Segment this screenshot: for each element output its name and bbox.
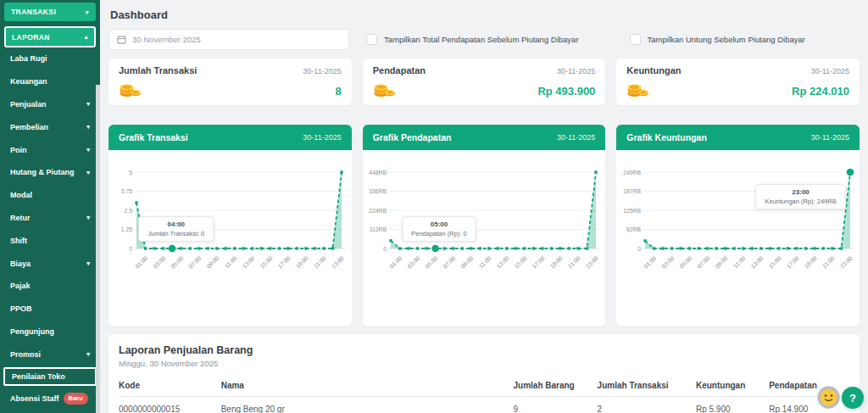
sidebar-item-ppob[interactable]: PPOB [0,298,100,321]
svg-text:01:00: 01:00 [388,255,403,270]
sidebar-item-label: Pengunjung [10,327,54,336]
chart-title: Grafik Transaksi [119,132,188,142]
grafik-transaksi-tooltip: 04:00Jumlah Transaksi: 0 [138,216,214,242]
checkbox-group-tampilkan-untung-sebelum-piuta: Tampilkan Untung Sebelum Piutang Dibayar [630,34,805,45]
checkbox[interactable] [366,34,377,45]
sidebar-item-pembelian[interactable]: Pembelian▾ [0,115,100,138]
sidebar-item-label: Absensi Staff [10,394,59,403]
svg-text:187RB: 187RB [623,188,641,194]
table-row: 0000000000015Beng Beng 20 gr92Rp 5.900Rp… [119,397,849,413]
sales-table-body: 0000000000015Beng Beng 20 gr92Rp 5.900Rp… [119,397,849,413]
sidebar-item-label: Promosi [10,350,41,359]
feedback-smiley-button[interactable] [817,386,840,409]
svg-text:0: 0 [130,246,133,252]
checkbox-bar: Tampilkan Total Pendapatan Sebelum Piuta… [349,34,805,45]
sidebar-item-laporan[interactable]: LAPORAN▴ [4,26,96,47]
sidebar-item-label: Keuangan [10,77,47,86]
sidebar-item-hutang-piutang[interactable]: Hutang & Piutang▾ [0,161,100,184]
svg-text:05:00: 05:00 [424,255,438,270]
svg-text:09:00: 09:00 [459,255,474,270]
sidebar-item-pengunjung[interactable]: Pengunjung [0,321,100,343]
column-header-keuntungan: Keuntungan [696,376,769,397]
tooltip-title: 05:00 [411,220,466,228]
sidebar: TRANSAKSI▾LAPORAN▴Laba RugiKeuanganPenju… [0,0,100,413]
svg-text:3.75: 3.75 [121,188,132,194]
sidebar-scrollbar[interactable] [96,85,100,413]
sidebar-item-absensi-staff[interactable]: Absensi StaffBaru [0,387,100,410]
sidebar-item-pajak[interactable]: Pajak [0,275,100,298]
stat-card-title: Keuntungan [626,65,681,75]
svg-text:2.5: 2.5 [125,208,133,214]
coins-icon [626,81,649,98]
svg-text:15:00: 15:00 [767,255,782,270]
sidebar-item-label: Poin [10,146,27,154]
sidebar-item-poin[interactable]: Poin▾ [0,138,100,161]
svg-text:19:00: 19:00 [803,255,817,270]
sidebar-item-label: Pajak [10,282,31,290]
date-picker-input[interactable]: 30 November 2025 [108,29,349,50]
sidebar-item-shift[interactable]: Shift [0,229,100,252]
stat-card-date: 30-11-2025 [811,67,849,75]
svg-text:01:00: 01:00 [643,255,657,270]
chevron-down-icon: ▾ [86,146,90,153]
svg-text:09:00: 09:00 [206,255,220,270]
svg-text:15:00: 15:00 [514,255,528,270]
grafik-pendapatan-plot: 448RB336RB224RB112RB001:0003:0005:0007:0… [365,160,603,294]
sidebar-item-modal[interactable]: Modal [0,184,100,207]
sidebar-item-penilaian-toko[interactable]: Penilaian Toko [3,367,97,386]
chevron-down-icon: ▾ [86,169,90,176]
svg-text:05:00: 05:00 [678,255,693,270]
sidebar-item-keuangan[interactable]: Keuangan [0,70,100,93]
tooltip-text: Pendapatan (Rp): 0 [411,230,466,237]
svg-text:19:00: 19:00 [295,255,309,270]
svg-text:23:00: 23:00 [331,255,345,270]
sidebar-item-biaya[interactable]: Biaya▾ [0,252,100,275]
svg-text:125RB: 125RB [623,208,641,214]
chart-body-grafik-keuntungan: 249RB187RB125RB62RB001:0003:0005:0007:00… [616,160,860,326]
column-header-jumlah-transaksi: Jumlah Transaksi [598,376,696,397]
chart-header-grafik-keuntungan: Grafik Keuntungan30-11-2025 [616,125,860,150]
stat-card-title: Pendapatan [373,65,426,75]
svg-text:03:00: 03:00 [406,255,420,270]
chart-header-grafik-transaksi: Grafik Transaksi30-11-2025 [108,125,352,150]
svg-text:336RB: 336RB [369,188,387,194]
sales-report-subtitle: Minggu, 30 November 2025 [119,359,849,368]
svg-text:17:00: 17:00 [785,255,799,270]
svg-text:23:00: 23:00 [838,255,853,270]
svg-text:19:00: 19:00 [549,255,564,270]
svg-text:17:00: 17:00 [531,255,546,270]
svg-text:05:00: 05:00 [170,255,185,270]
sidebar-item-promosi[interactable]: Promosi▾ [0,343,100,366]
chart-title: Grafik Pendapatan [373,132,452,142]
help-button[interactable]: ? [842,387,864,409]
sidebar-item-label: Shift [10,237,27,245]
stat-card-value: Rp 493.900 [537,85,595,98]
svg-text:03:00: 03:00 [153,255,167,270]
chevron-down-icon: ▾ [86,260,90,267]
sidebar-item-label: TRANSAKSI [11,8,56,16]
svg-text:17:00: 17:00 [277,255,292,270]
chevron-down-icon: ▾ [86,350,90,358]
sidebar-item-retur[interactable]: Retur▾ [0,207,100,230]
stat-card-title: Jumlah Transaksi [119,65,197,75]
svg-text:09:00: 09:00 [714,255,728,270]
sidebar-item-label: Penjualan [10,100,47,109]
svg-text:23:00: 23:00 [585,255,599,270]
svg-text:5: 5 [130,170,133,176]
chart-header-grafik-pendapatan: Grafik Pendapatan30-11-2025 [363,125,606,150]
stat-card-keuntungan: Keuntungan30-11-2025Rp 224.010 [616,59,860,105]
svg-text:07:00: 07:00 [188,255,203,270]
question-mark-icon: ? [849,392,856,405]
sidebar-item-label: Hutang & Piutang [10,168,75,176]
sidebar-item-transaksi[interactable]: TRANSAKSI▾ [4,3,96,21]
checkbox-label: Tampilkan Untung Sebelum Piutang Dibayar [648,35,805,44]
sidebar-item-laba-rugi[interactable]: Laba Rugi [0,47,100,70]
checkbox[interactable] [630,34,641,45]
sidebar-item-penjualan[interactable]: Penjualan▾ [0,93,100,116]
calendar-icon [117,35,126,44]
coins-icon [119,81,142,98]
table-cell: 2 [598,397,696,413]
chart-date: 30-11-2025 [811,133,849,142]
svg-text:13:00: 13:00 [749,255,764,270]
svg-text:21:00: 21:00 [313,255,327,270]
